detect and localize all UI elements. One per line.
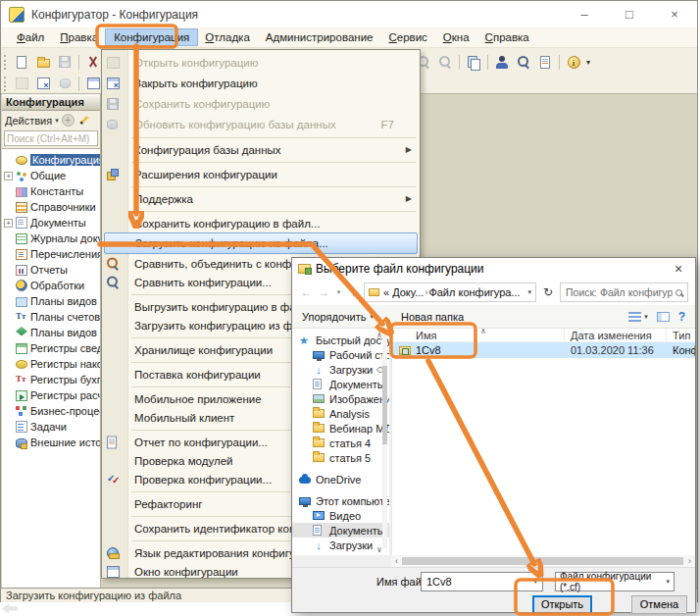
breadcrumb-caret-icon[interactable]: ▾	[527, 288, 531, 296]
toolbar-overflow-icon[interactable]: ▾	[586, 58, 590, 67]
nav-item-documents-2[interactable]: Документы	[292, 523, 389, 538]
add-button[interactable]: +	[62, 114, 75, 127]
nav-item-downloads[interactable]: ↓Загрузки	[292, 362, 389, 377]
nav-item-downloads-2[interactable]: ↓Загрузки	[292, 538, 389, 552]
open-file-button[interactable]	[32, 52, 54, 72]
tree-item-external-sources[interactable]: Внешние источники данных	[3, 435, 100, 450]
nav-item-videos[interactable]: Видео	[292, 508, 389, 523]
scroll-left-icon[interactable]: ‹	[391, 556, 402, 566]
config-menu-item-update-db-configuration[interactable]: Обновить конфигурацию базы данныхF7	[102, 114, 420, 134]
preview-pane-icon[interactable]	[657, 312, 670, 322]
nav-item-pictures-2[interactable]: Изображения	[292, 552, 389, 555]
tree-item-document-journals[interactable]: Журналы документов	[3, 231, 100, 246]
menu-service[interactable]: Сервис	[380, 29, 434, 45]
config-menu-item-support[interactable]: Поддержка▶	[102, 189, 420, 208]
new-document-button[interactable]	[11, 52, 32, 72]
breadcrumb[interactable]: « Доку...›Файл конфигура... ▾	[364, 282, 536, 302]
tree-search-input[interactable]	[4, 130, 98, 146]
scrollbar-thumb[interactable]	[402, 557, 683, 565]
tree-item-constants[interactable]: Константы	[3, 183, 100, 199]
nav-item-article-4[interactable]: статья 4	[292, 436, 389, 450]
actions-button[interactable]: Действия	[5, 115, 52, 127]
menu-help[interactable]: Справка	[477, 29, 537, 45]
tree-item-calc-type-plans[interactable]: Планы видов расчета	[3, 325, 100, 340]
tree-item-calc-registers[interactable]: Регистры расчета	[3, 387, 100, 403]
menu-edit[interactable]: Правка	[52, 29, 106, 45]
maximize-button[interactable]: □	[607, 1, 652, 27]
tree-item-catalogs[interactable]: Справочники	[3, 199, 100, 215]
nav-scroll-down-icon[interactable]: ∨	[376, 545, 382, 554]
tree-item-tasks[interactable]: Задачи	[3, 419, 100, 435]
tree-item-account-plans[interactable]: Планы счетов	[3, 309, 100, 325]
info-button[interactable]	[563, 52, 584, 72]
tree-item-accum-registers[interactable]: Регистры накопления	[3, 356, 100, 372]
nav-item-onedrive[interactable]: OneDrive	[292, 472, 389, 487]
minimize-button[interactable]: –	[562, 1, 607, 27]
config-menu-item-save-configuration[interactable]: Сохранить конфигурацию	[102, 93, 420, 114]
column-type[interactable]: Тип	[667, 330, 695, 341]
filename-combo[interactable]: 1Cv8 ▾	[421, 572, 543, 591]
config-db-button[interactable]	[32, 74, 54, 93]
menu-administration[interactable]: Администрирование	[258, 29, 381, 45]
history-caret-icon[interactable]: ▾	[334, 288, 343, 296]
nav-item-quick-access[interactable]: ★Быстрый доступ	[292, 333, 389, 347]
cancel-button[interactable]: Отмена	[631, 595, 687, 614]
nav-scrollbar-thumb[interactable]	[382, 366, 387, 444]
toolbar-grip[interactable]	[4, 77, 8, 91]
nav-item-analysis[interactable]: Analysis	[292, 406, 389, 421]
config-menu-item-db-configuration[interactable]: Конфигурация базы данных▶	[102, 140, 420, 159]
up-icon[interactable]: ↑	[346, 285, 361, 299]
copy-pages-button[interactable]	[463, 52, 484, 72]
file-row-1Cv8[interactable]: 1Cv801.03.2020 11:36Конф	[392, 342, 695, 358]
module-template-button[interactable]	[534, 52, 556, 72]
config-menu-item-extensions[interactable]: Расширения конфигурации	[102, 165, 420, 183]
dialog-close-icon[interactable]: ×	[662, 258, 695, 280]
filetype-combo[interactable]: Файл конфигурации (*.cf) ▾	[555, 572, 675, 591]
nav-item-documents[interactable]: Документы	[292, 377, 389, 391]
config-menu-item-load-from-file[interactable]: Загрузить конфигурацию из файла...	[104, 232, 418, 254]
wizard-button[interactable]	[491, 52, 513, 72]
tree-item-char-type-plans[interactable]: Планы видов характеристик	[3, 293, 100, 309]
nav-item-pictures[interactable]: Изображени	[292, 391, 389, 406]
config-menu-item-save-to-file[interactable]: Сохранить конфигурацию в файл...	[102, 214, 420, 232]
syntax-check-button[interactable]	[513, 52, 534, 72]
help-icon[interactable]: ?	[678, 310, 685, 324]
back-icon[interactable]: ←	[299, 285, 314, 299]
menu-file[interactable]: Файл	[9, 29, 52, 45]
nav-item-article-5[interactable]: статья 5	[292, 450, 389, 465]
new-folder-button[interactable]: Новая папка	[401, 311, 464, 323]
view-mode-button[interactable]: ▾	[628, 312, 648, 322]
nav-scroll-up-icon[interactable]: ∧	[376, 331, 382, 339]
nav-scrollbar[interactable]	[382, 333, 387, 548]
menu-debug[interactable]: Отладка	[197, 29, 257, 45]
menu-windows[interactable]: Окна	[435, 29, 477, 45]
menu-configuration[interactable]: Конфигурация	[106, 29, 197, 45]
scroll-right-icon[interactable]: ›	[684, 556, 695, 566]
forward-icon[interactable]: →	[317, 285, 331, 299]
dialog-search-input[interactable]	[566, 286, 673, 298]
tree-item-data-processors[interactable]: Обработки	[3, 278, 100, 293]
refresh-icon[interactable]: ↻	[539, 285, 557, 299]
expand-icon[interactable]: +	[4, 219, 13, 228]
tree-item-info-registers[interactable]: Регистры сведений	[3, 340, 100, 356]
tree-item-common[interactable]: +Общие	[3, 168, 100, 183]
tree-item-configuration[interactable]: Конфигурация	[3, 152, 100, 168]
nav-item-this-pc[interactable]: Этот компьютер	[292, 493, 389, 508]
tree-item-reports[interactable]: Отчеты	[3, 262, 100, 278]
config-menu-item-close-configuration[interactable]: Закрыть конфигурацию	[102, 73, 420, 93]
nav-item-webinar-mdlp[interactable]: Вебинар МДЛП	[292, 421, 389, 436]
close-button[interactable]: ×	[652, 1, 697, 27]
edit-pencil-icon[interactable]	[79, 116, 88, 125]
expand-icon[interactable]: +	[4, 172, 13, 180]
toolbar-grip[interactable]	[4, 55, 8, 70]
column-date-modified[interactable]: Дата изменения	[565, 329, 667, 341]
organize-button[interactable]: Упорядочить ▾	[302, 311, 374, 323]
open-button[interactable]: Открыть	[532, 595, 592, 614]
config-menu-item-open-configuration[interactable]: Открыть конфигурацию	[102, 52, 420, 73]
nav-item-desktop[interactable]: Рабочий сто	[292, 347, 389, 362]
horizontal-scrollbar[interactable]: ‹ ›	[391, 555, 695, 567]
tree-item-enums[interactable]: Перечисления	[3, 246, 100, 262]
breadcrumb-segment[interactable]: Файл конфигура...	[428, 286, 520, 298]
tree-item-documents[interactable]: +Документы	[3, 215, 100, 231]
column-name[interactable]: Имя	[392, 329, 565, 341]
